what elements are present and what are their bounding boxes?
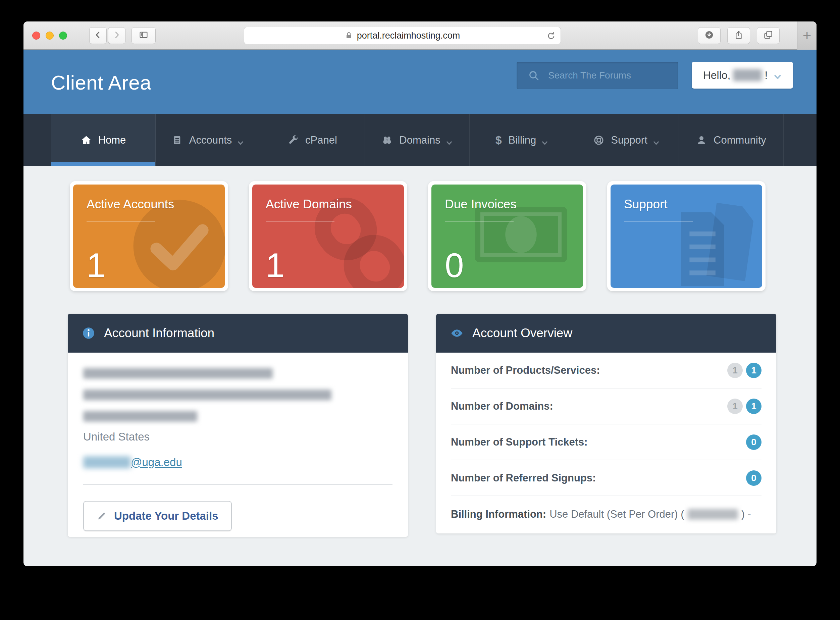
redacted-email-prefix [83,456,131,468]
account-overview-body: Number of Products/Services: 1 1 Number … [436,353,776,533]
overview-row-billing: Billing Information: Use Default (Set Pe… [451,496,762,532]
stat-card-title: Active Domains [266,197,391,211]
nav-item-domains[interactable]: Domains [365,114,470,166]
panels-row: Account Information United States @uga.e… [68,314,776,537]
info-icon [82,327,95,340]
panel-title: Account Information [104,326,214,340]
email-link[interactable]: @uga.edu [131,456,182,469]
url-text: portal.reclaimhosting.com [357,30,460,41]
stat-card-active-domains[interactable]: Active Domains 1 [249,181,407,291]
count-badge-blue: 1 [746,363,762,378]
nav-label: Support [611,134,648,146]
plus-icon: + [803,27,811,44]
redacted-billing-contact [688,509,738,520]
nav-item-support[interactable]: Support [574,114,679,166]
download-icon [705,30,714,41]
nav-item-cpanel[interactable]: cPanel [260,114,365,166]
count-badge-gray: 1 [727,399,743,414]
forward-icon [112,30,122,41]
chevron-down-icon [774,71,781,79]
wrench-icon [288,135,299,146]
billing-info-value-before: Use Default (Set Per Order) ( [550,508,684,520]
billing-info-label: Billing Information: [451,508,546,520]
nav-label: Community [714,134,766,146]
user-menu-button[interactable]: Hello, ! [692,62,793,89]
page-title: Client Area [51,71,151,94]
chevron-down-icon [541,137,548,144]
overview-row-label: Number of Domains: [451,400,553,412]
stat-card-title: Due Invoices [445,197,570,211]
overview-row-referrals: Number of Referred Signups: 0 [451,460,762,496]
greeting-prefix: Hello, [703,69,731,81]
account-information-body: United States @uga.edu Update Your Detai… [68,353,408,537]
nav-item-community[interactable]: Community [679,114,784,166]
divider [83,484,392,485]
stat-card-active-accounts[interactable]: Active Accounts 1 [70,181,228,291]
home-icon [81,135,92,146]
refresh-icon[interactable] [547,31,556,41]
overview-row-label: Number of Support Tickets: [451,436,588,448]
overview-row-domains: Number of Domains: 1 1 [451,388,762,424]
search-forums-input[interactable]: Search The Forums [517,62,678,89]
minimize-window-button[interactable] [46,32,54,39]
nav-label: Accounts [189,134,232,146]
new-tab-button[interactable]: + [797,21,816,50]
badge-group: 0 [746,470,762,486]
stat-card-title: Active Accounts [87,197,211,211]
main-nav: Home Accounts cPanel Domains $ Billing [24,114,816,166]
nav-label: Home [98,134,126,146]
tabs-icon [763,30,773,41]
stat-card-value: 0 [445,248,464,283]
nav-item-home[interactable]: Home [51,114,156,166]
page-content: Active Accounts 1 Active Domains 1 [24,166,816,537]
redacted-client-name [83,368,273,379]
overview-row-label: Number of Referred Signups: [451,472,596,484]
nav-item-billing[interactable]: $ Billing [470,114,574,166]
sidebar-icon [139,30,148,41]
share-icon [734,30,743,41]
divider [624,221,693,222]
chevron-down-icon [653,137,660,144]
account-overview-panel: Account Overview Number of Products/Serv… [436,314,776,533]
site-header: Client Area Search The Forums Hello, ! [24,50,816,114]
browser-toolbar: portal.reclaimhosting.com + [24,21,816,50]
country-text: United States [83,430,392,443]
stat-card-support[interactable]: Support [607,181,765,291]
lock-icon [345,32,353,39]
share-button[interactable] [727,27,750,44]
count-badge-blue: 1 [746,399,762,414]
address-bar[interactable]: portal.reclaimhosting.com [244,27,561,44]
stat-card-value: 1 [266,248,285,283]
overview-row-label: Number of Products/Services: [451,364,600,376]
downloads-button[interactable] [698,27,721,44]
eye-icon [450,327,464,340]
sidebar-button[interactable] [132,27,156,44]
nav-item-accounts[interactable]: Accounts [156,114,260,166]
account-overview-header: Account Overview [436,314,776,353]
close-window-button[interactable] [32,32,40,39]
greeting-suffix: ! [765,69,768,81]
desktop-background: portal.reclaimhosting.com + Client Area … [0,0,840,620]
stat-card-due-invoices[interactable]: Due Invoices 0 [428,181,586,291]
billing-info-value-after: ) - [741,508,751,520]
update-details-label: Update Your Details [114,510,218,522]
count-badge-gray: 1 [727,363,743,378]
back-button[interactable] [89,27,107,44]
email-line: @uga.edu [83,456,392,469]
show-tabs-button[interactable] [757,27,780,44]
redacted-user-name [733,69,762,81]
chevron-down-icon [237,137,244,144]
account-information-header: Account Information [68,314,408,353]
browser-window: portal.reclaimhosting.com + Client Area … [24,21,816,566]
update-details-button[interactable]: Update Your Details [83,501,232,531]
nav-label: cPanel [305,134,337,146]
forward-button[interactable] [108,27,125,44]
divider [445,221,514,222]
overview-row-products: Number of Products/Services: 1 1 [451,353,762,388]
chevron-down-icon [446,137,452,144]
search-icon [528,70,539,81]
redacted-address-line [83,390,331,400]
zoom-window-button[interactable] [59,32,67,39]
badge-group: 1 1 [727,399,762,414]
badge-group: 1 1 [727,363,762,378]
